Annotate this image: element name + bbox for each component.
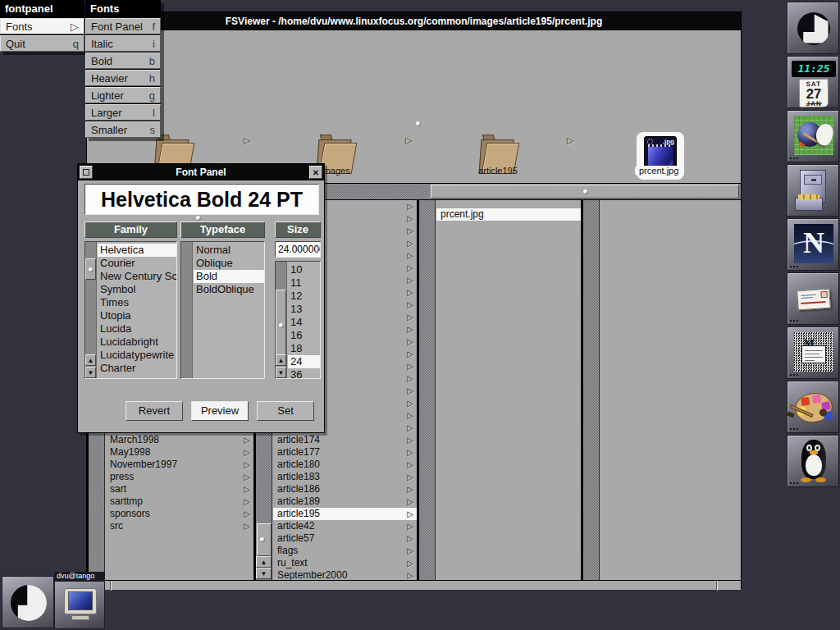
list-item-charter[interactable]: Charter <box>98 362 176 375</box>
menu-item-larger[interactable]: Largerl <box>85 104 161 121</box>
menu-item-fonts[interactable]: Fonts▷ <box>0 18 84 34</box>
row-label: article189 <box>277 495 320 507</box>
list-item-helvetica[interactable]: Helvetica <box>98 244 176 257</box>
list-item-utopia[interactable]: Utopia <box>98 309 176 322</box>
list-item-times[interactable]: Times <box>98 296 176 309</box>
browser-row-prcent.jpg[interactable]: prcent.jpg <box>436 208 581 221</box>
browser-row-article195[interactable]: article195▷ <box>273 508 417 520</box>
browser-row-ru_text[interactable]: ru_text▷ <box>273 557 417 569</box>
column-scrollbar[interactable] <box>419 200 436 580</box>
list-item-oblique[interactable]: Oblique <box>194 257 264 270</box>
size-scroll-knob[interactable] <box>276 290 286 360</box>
list-item-boldoblique[interactable]: BoldOblique <box>194 283 264 296</box>
dock-tile-mail[interactable] <box>787 272 839 325</box>
browser-row-article174[interactable]: article174▷ <box>273 434 417 446</box>
dock-tile-penguin[interactable] <box>787 435 839 487</box>
scroll-up-icon[interactable]: ▲ <box>85 354 96 366</box>
menu-item-label: Larger <box>91 107 122 119</box>
browser-row-sarttmp[interactable]: sarttmp▷ <box>106 495 253 508</box>
running-indicator <box>790 482 800 485</box>
shelf-resize-dimple[interactable] <box>416 121 421 126</box>
browser-row-march1998[interactable]: March1998▷ <box>106 434 253 446</box>
list-item-13[interactable]: 13 <box>288 303 320 316</box>
browser-row-src[interactable]: src▷ <box>106 520 253 532</box>
family-scroll-knob[interactable] <box>85 258 96 280</box>
menu-item-heavier[interactable]: Heavierh <box>85 70 161 86</box>
panel-resize-dimple[interactable] <box>196 216 201 221</box>
list-item-bold[interactable]: Bold <box>194 270 264 283</box>
list-item-16[interactable]: 16 <box>288 329 320 342</box>
row-arrow-icon: ▷ <box>244 520 250 532</box>
window-titlebar[interactable]: FSViewer - /home/dvu/www.linuxfocus.org/… <box>87 12 741 30</box>
preview-button[interactable]: Preview <box>191 401 249 421</box>
dock-tile-file-cabinet[interactable] <box>787 164 839 217</box>
row-arrow-icon: ▷ <box>407 372 413 385</box>
browser-row-press[interactable]: press▷ <box>106 471 253 483</box>
scroll-up-icon[interactable]: ▲ <box>276 354 286 366</box>
menu-item-font-panel[interactable]: Font Panelf <box>85 18 161 34</box>
menu-item-lighter[interactable]: Lighterg <box>85 87 161 103</box>
dock-tile-windowmaker[interactable] <box>787 2 839 54</box>
dock-tile-clock[interactable]: 11:25 SAT 27 JAN <box>787 56 839 108</box>
scroll-down-icon[interactable]: ▼ <box>256 568 272 579</box>
list-item-14[interactable]: 14 <box>288 316 320 329</box>
browser-row-article57[interactable]: article57▷ <box>273 532 417 545</box>
browser-row-may1998[interactable]: May1998▷ <box>106 446 253 459</box>
list-item-lucidabright[interactable]: Lucidabright <box>98 336 176 349</box>
browser-row-article42[interactable]: article42▷ <box>273 520 417 532</box>
browser-row-september2000[interactable]: September2000▷ <box>273 569 417 580</box>
list-item-lucida[interactable]: Lucida <box>98 322 176 336</box>
browser-row-article180[interactable]: article180▷ <box>273 459 417 471</box>
row-arrow-icon: ▷ <box>244 508 250 520</box>
browser-row-article177[interactable]: article177▷ <box>273 446 417 459</box>
dock-tile-paint-palette[interactable] <box>787 381 839 433</box>
browser-row-sponsors[interactable]: sponsors▷ <box>106 508 253 520</box>
fontpanel-menu-title[interactable]: fontpanel <box>0 0 84 17</box>
list-item-normal[interactable]: Normal <box>194 244 264 257</box>
dock-tile-netscape[interactable]: N <box>787 218 839 271</box>
workspace-clip[interactable] <box>2 576 54 628</box>
size-scrollbar[interactable]: ▲ ▼ <box>276 262 287 378</box>
list-item-10[interactable]: 10 <box>288 263 320 276</box>
browser-row-flags[interactable]: flags▷ <box>273 545 417 557</box>
list-item-lucidatypewrite[interactable]: Lucidatypewrite <box>98 349 176 362</box>
list-item-36[interactable]: 36 <box>288 368 320 378</box>
dock-tile-exmh[interactable]: M <box>787 326 839 379</box>
close-icon[interactable]: ✕ <box>309 166 322 179</box>
browser-row-article189[interactable]: article189▷ <box>273 495 417 508</box>
typeface-scrollbar[interactable] <box>181 242 193 378</box>
column-scrollbar[interactable] <box>583 200 600 580</box>
list-item-new century sc[interactable]: New Century Sc <box>98 270 176 283</box>
menu-item-bold[interactable]: Boldb <box>85 52 161 69</box>
shelf: ▷ images ▷ article195 ▷ .jpg <box>87 30 741 183</box>
menu-item-label: Font Panel <box>91 21 143 33</box>
size-input[interactable]: 24.000000 <box>275 241 321 258</box>
list-item-12[interactable]: 12 <box>288 290 320 303</box>
family-scrollbar[interactable]: ▲ ▼ <box>85 242 97 378</box>
menu-item-quit[interactable]: Quitq <box>0 35 84 52</box>
menu-item-italic[interactable]: Italici <box>85 35 161 52</box>
scroll-down-icon[interactable]: ▼ <box>85 367 96 378</box>
scroll-up-icon[interactable]: ▲ <box>256 556 272 568</box>
list-item-11[interactable]: 11 <box>288 276 320 290</box>
fonts-submenu-title[interactable]: Fonts <box>85 0 161 17</box>
list-item-18[interactable]: 18 <box>288 342 320 355</box>
set-button[interactable]: Set <box>257 401 314 421</box>
browser-row-sart[interactable]: sart▷ <box>106 483 253 495</box>
list-item-symbol[interactable]: Symbol <box>98 283 176 296</box>
window-resize-bar[interactable] <box>87 580 741 590</box>
list-item-courier[interactable]: Courier <box>98 257 176 270</box>
scroll-down-icon[interactable]: ▼ <box>276 367 286 378</box>
revert-button[interactable]: Revert <box>126 401 183 421</box>
miniaturize-button[interactable] <box>80 166 93 179</box>
browser-row-article183[interactable]: article183▷ <box>273 471 417 483</box>
list-item-24[interactable]: 24 <box>288 355 320 368</box>
font-panel-titlebar[interactable]: Font Panel ✕ <box>78 164 324 180</box>
font-preview: Helvetica Bold 24 PT <box>84 184 319 215</box>
dock-tile-theme-painter[interactable] <box>787 110 839 162</box>
browser-row-november1997[interactable]: November1997▷ <box>106 459 253 471</box>
browser-row-article186[interactable]: article186▷ <box>273 483 417 495</box>
horizontal-scroll-knob[interactable] <box>431 185 739 199</box>
miniaturized-terminal-window[interactable]: dvu@tango <box>54 572 105 629</box>
menu-item-smaller[interactable]: Smallers <box>85 121 161 138</box>
